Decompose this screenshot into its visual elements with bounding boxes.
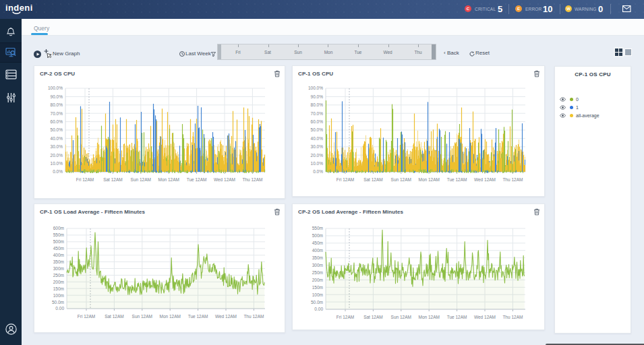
svg-text:Sun 12AM: Sun 12AM (131, 177, 151, 182)
svg-text:Sun 12AM: Sun 12AM (391, 315, 411, 319)
svg-text:20.0%: 20.0% (51, 153, 63, 158)
svg-text:80.0%: 80.0% (311, 102, 324, 107)
svg-text:90.0%: 90.0% (311, 94, 324, 99)
svg-text:60.0%: 60.0% (311, 119, 324, 124)
svg-text:50.0m: 50.0m (311, 300, 323, 305)
svg-text:Wed 12AM: Wed 12AM (214, 177, 235, 182)
svg-text:400m: 400m (53, 253, 64, 257)
svg-text:500m: 500m (53, 239, 64, 244)
svg-text:Thu 12AM: Thu 12AM (502, 315, 523, 319)
svg-text:400m: 400m (312, 248, 323, 253)
svg-text:Tue 12AM: Tue 12AM (447, 177, 467, 182)
svg-text:Mon 12AM: Mon 12AM (418, 315, 439, 319)
svg-text:100m: 100m (53, 293, 64, 298)
svg-text:450m: 450m (312, 241, 323, 245)
svg-text:Mon 12AM: Mon 12AM (418, 177, 439, 182)
svg-text:Sat 12AM: Sat 12AM (363, 315, 383, 319)
svg-text:10.0%: 10.0% (311, 161, 324, 166)
svg-text:70.0%: 70.0% (311, 111, 324, 116)
svg-text:350m: 350m (53, 259, 64, 264)
svg-text:Sun 12AM: Sun 12AM (132, 314, 152, 319)
svg-text:450m: 450m (53, 246, 64, 251)
svg-text:250m: 250m (312, 270, 323, 275)
svg-text:50.0m: 50.0m (52, 300, 64, 305)
svg-text:Wed 12AM: Wed 12AM (215, 314, 237, 319)
svg-text:500m: 500m (312, 233, 323, 238)
svg-text:Sun 12AM: Sun 12AM (391, 177, 411, 182)
svg-text:600m: 600m (53, 226, 64, 230)
svg-text:Sat 12AM: Sat 12AM (103, 177, 123, 182)
svg-text:Wed 12AM: Wed 12AM (474, 177, 496, 182)
svg-text:250m: 250m (53, 273, 64, 278)
svg-text:Tue 12AM: Tue 12AM (447, 315, 467, 319)
svg-text:0.00: 0.00 (314, 307, 323, 311)
svg-text:150m: 150m (53, 286, 64, 291)
svg-text:50.0%: 50.0% (51, 127, 63, 132)
svg-text:0.0%: 0.0% (313, 169, 323, 174)
svg-text:Fri 12AM: Fri 12AM (78, 314, 95, 319)
svg-text:550m: 550m (53, 232, 64, 237)
svg-text:0.0%: 0.0% (53, 169, 63, 174)
svg-text:Sat 12AM: Sat 12AM (105, 314, 124, 319)
svg-text:30.0%: 30.0% (311, 144, 324, 149)
svg-text:10.0%: 10.0% (51, 161, 63, 166)
svg-text:Mon 12AM: Mon 12AM (159, 314, 180, 319)
svg-text:Mon 12AM: Mon 12AM (158, 177, 179, 182)
svg-text:200m: 200m (312, 278, 323, 282)
svg-text:40.0%: 40.0% (311, 136, 324, 141)
svg-text:70.0%: 70.0% (51, 111, 63, 116)
svg-text:Fri 12AM: Fri 12AM (76, 177, 94, 182)
svg-text:550m: 550m (312, 226, 323, 230)
svg-text:Tue 12AM: Tue 12AM (187, 177, 207, 182)
svg-text:200m: 200m (53, 280, 64, 284)
svg-text:30.0%: 30.0% (51, 144, 63, 149)
svg-text:0.00: 0.00 (55, 306, 64, 311)
svg-text:80.0%: 80.0% (51, 102, 63, 107)
svg-text:350m: 350m (312, 255, 323, 260)
svg-text:Fri 12AM: Fri 12AM (336, 315, 354, 319)
svg-text:300m: 300m (312, 263, 323, 268)
svg-text:Thu 12AM: Thu 12AM (502, 177, 523, 182)
svg-text:Tue 12AM: Tue 12AM (188, 314, 208, 319)
svg-text:Fri 12AM: Fri 12AM (336, 177, 354, 182)
svg-text:300m: 300m (53, 266, 64, 271)
svg-text:Wed 12AM: Wed 12AM (474, 315, 496, 319)
svg-text:100m: 100m (312, 292, 323, 297)
svg-text:20.0%: 20.0% (311, 153, 324, 158)
svg-text:60.0%: 60.0% (51, 119, 63, 124)
svg-text:Sat 12AM: Sat 12AM (363, 177, 383, 182)
svg-text:Thu 12AM: Thu 12AM (243, 314, 264, 319)
svg-text:40.0%: 40.0% (51, 136, 63, 141)
svg-text:150m: 150m (312, 285, 323, 290)
svg-text:90.0%: 90.0% (51, 94, 63, 99)
svg-text:Thu 12AM: Thu 12AM (242, 177, 262, 182)
svg-text:50.0%: 50.0% (311, 127, 324, 132)
svg-text:100.0%: 100.0% (48, 86, 63, 90)
svg-text:100.0%: 100.0% (308, 86, 323, 90)
